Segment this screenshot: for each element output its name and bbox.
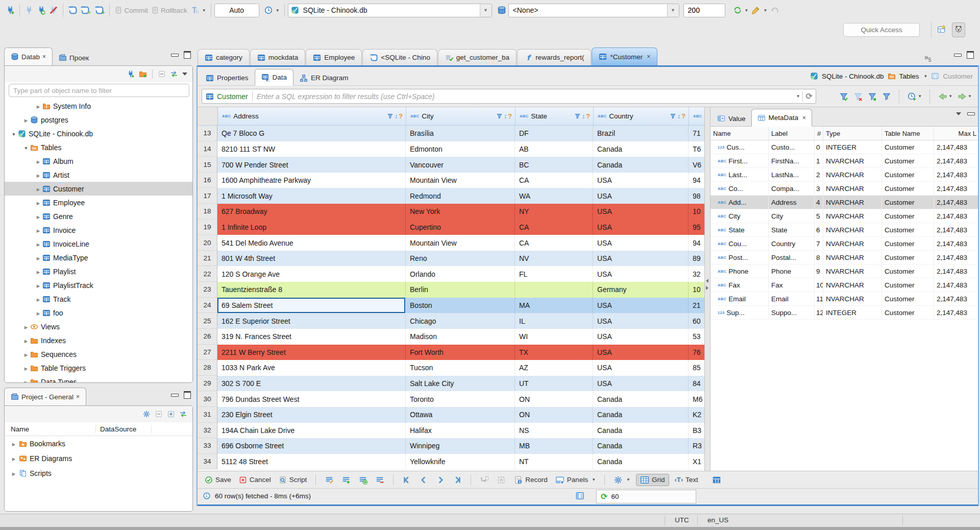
- metadata-label-cell[interactable]: Fax: [769, 278, 815, 292]
- grid-cell[interactable]: 302 S 700 E: [217, 376, 406, 392]
- grid-cell[interactable]: 194A Chain Lake Drive: [217, 423, 406, 439]
- metadata-table-cell[interactable]: Customer: [882, 237, 934, 250]
- metadata-name-cell[interactable]: Last...: [710, 168, 769, 181]
- expand-arrow-icon[interactable]: [10, 469, 18, 477]
- metadata-maxlength-cell[interactable]: 2,147,483: [934, 209, 978, 223]
- grid-cell[interactable]: Boston: [406, 298, 515, 314]
- grid-cell[interactable]: Halifax: [406, 423, 515, 439]
- grid-cell[interactable]: 696 Osborne Street: [217, 438, 406, 454]
- new-connection-icon[interactable]: [4, 4, 16, 16]
- grid-cell[interactable]: USA: [593, 204, 689, 220]
- metadata-row[interactable]: City City 5 NVARCHAR Customer 2,147,483: [710, 209, 978, 223]
- expand-arrow-icon[interactable]: [22, 336, 30, 344]
- grid-cell[interactable]: USA: [593, 266, 689, 282]
- metadata-row[interactable]: Cus... Custo... 0 INTEGER Customer 2,147…: [710, 140, 978, 154]
- grid-cell[interactable]: 1 Microsoft Way: [217, 188, 406, 204]
- close-icon[interactable]: ×: [802, 115, 806, 121]
- sort-updown-icon[interactable]: ↕: [395, 113, 398, 120]
- tree-item[interactable]: MediaType: [5, 251, 192, 264]
- grid-cell[interactable]: 10: [689, 204, 704, 220]
- metadata-type-cell[interactable]: NVARCHAR: [823, 209, 882, 223]
- metadata-maxlength-cell[interactable]: 2,147,483: [934, 278, 978, 292]
- metadata-maxlength-cell[interactable]: 2,147,483: [934, 264, 978, 278]
- grid-cell[interactable]: T6: [689, 141, 704, 157]
- metadata-table-cell[interactable]: Customer: [882, 251, 934, 264]
- metadata-ordinal-cell[interactable]: 12: [815, 306, 823, 319]
- first-row-icon[interactable]: [400, 474, 413, 486]
- grid-cell[interactable]: USA: [593, 235, 689, 251]
- sash-collapse-right-icon[interactable]: [706, 286, 708, 290]
- breadcrumb-container[interactable]: Tables: [899, 73, 919, 80]
- grid-cell[interactable]: 1 Infinite Loop: [217, 220, 406, 235]
- tree-item[interactable]: Album: [5, 154, 192, 168]
- expand-arrow-icon[interactable]: [34, 240, 42, 248]
- row-number-cell[interactable]: 31: [198, 407, 217, 423]
- grid-cell[interactable]: Mountain View: [406, 173, 515, 188]
- column-header-datasource[interactable]: DataSource: [96, 425, 152, 433]
- grid-cell[interactable]: 801 W 4th Street: [217, 251, 406, 267]
- sort-question-icon[interactable]: ?: [399, 112, 403, 120]
- navigator-filter-input[interactable]: [9, 84, 189, 97]
- tree-item[interactable]: foo: [5, 306, 192, 320]
- row-number-cell[interactable]: 27: [198, 345, 217, 360]
- open-perspective-icon[interactable]: [936, 23, 948, 37]
- metadata-label-cell[interactable]: Suppo...: [769, 306, 815, 319]
- grid-cell[interactable]: Chicago: [406, 313, 515, 329]
- schema-select[interactable]: <None> ▼: [508, 4, 679, 17]
- grid-cell[interactable]: FL: [515, 266, 593, 282]
- metadata-column-header[interactable]: #: [815, 127, 823, 140]
- metadata-label-cell[interactable]: Address: [769, 196, 815, 209]
- metadata-ordinal-cell[interactable]: 10: [815, 278, 823, 292]
- breadcrumb-entity[interactable]: Customer: [943, 73, 973, 80]
- settings-gear-icon[interactable]: [142, 410, 151, 418]
- row-number-cell[interactable]: 34: [198, 454, 217, 470]
- refresh-icon[interactable]: ⟳: [601, 492, 607, 501]
- grid-cell[interactable]: Canada: [593, 407, 689, 423]
- filter-funnel-icon[interactable]: [496, 113, 503, 119]
- grid-cell[interactable]: 319 N. Frances Street: [217, 329, 406, 345]
- apply-filter-icon[interactable]: [838, 91, 849, 102]
- grid-cell[interactable]: X1: [689, 454, 704, 470]
- grid-cell[interactable]: 95: [689, 220, 704, 235]
- view-menu-icon[interactable]: [182, 73, 187, 76]
- grid-cell[interactable]: USA: [593, 188, 689, 204]
- locale-indicator[interactable]: en_US: [707, 516, 728, 524]
- grid-cell[interactable]: USA: [593, 220, 689, 235]
- grid-cell[interactable]: Edmonton: [406, 141, 515, 157]
- row-number-cell[interactable]: 23: [198, 282, 217, 298]
- metadata-ordinal-cell[interactable]: 6: [815, 223, 823, 236]
- metadata-label-cell[interactable]: Country: [769, 237, 815, 250]
- grid-cell[interactable]: Canada: [593, 438, 689, 454]
- row-number-cell[interactable]: 14: [198, 141, 217, 157]
- tree-item[interactable]: Tables: [5, 140, 192, 154]
- tab-project-general[interactable]: Project - General ×: [4, 388, 86, 405]
- grid-view-toggle[interactable]: Grid: [636, 474, 669, 486]
- metadata-label-cell[interactable]: FirstNa...: [769, 154, 815, 167]
- grid-cell[interactable]: 162 E Superior Street: [217, 313, 406, 329]
- grid-cell[interactable]: TX: [515, 345, 593, 360]
- panel-sash[interactable]: [704, 107, 710, 471]
- sash-collapse-left-icon[interactable]: [706, 279, 708, 283]
- grid-cell[interactable]: 1033 N Park Ave: [217, 360, 406, 376]
- undo-icon[interactable]: [769, 4, 781, 16]
- mock-data-icon[interactable]: ▼: [750, 4, 769, 16]
- minimize-icon[interactable]: [954, 54, 962, 57]
- metadata-ordinal-cell[interactable]: 11: [815, 292, 823, 305]
- metadata-table-cell[interactable]: Customer: [882, 306, 934, 319]
- filter-funnel-icon[interactable]: [670, 113, 676, 119]
- metadata-column-header[interactable]: Table Name: [882, 127, 934, 140]
- filter-funnel-icon[interactable]: [574, 113, 581, 119]
- grid-cell[interactable]: 89: [689, 251, 704, 267]
- new-connection-icon[interactable]: [127, 70, 135, 78]
- grid-cell[interactable]: NS: [515, 423, 593, 439]
- expand-arrow-icon[interactable]: [22, 323, 30, 330]
- grid-column-header[interactable]: ↕ ?: [689, 107, 704, 125]
- expand-arrow-icon[interactable]: [22, 143, 30, 151]
- grid-cell[interactable]: 76: [689, 345, 704, 360]
- tree-item[interactable]: Sequences: [5, 347, 192, 361]
- grid-cell[interactable]: Orlando: [406, 266, 515, 282]
- editor-tab[interactable]: Employee ×: [306, 49, 362, 65]
- metadata-type-cell[interactable]: NVARCHAR: [823, 237, 882, 250]
- grid-column-header[interactable]: Address ↕ ?: [218, 107, 406, 125]
- grid-cell[interactable]: USA: [593, 345, 689, 360]
